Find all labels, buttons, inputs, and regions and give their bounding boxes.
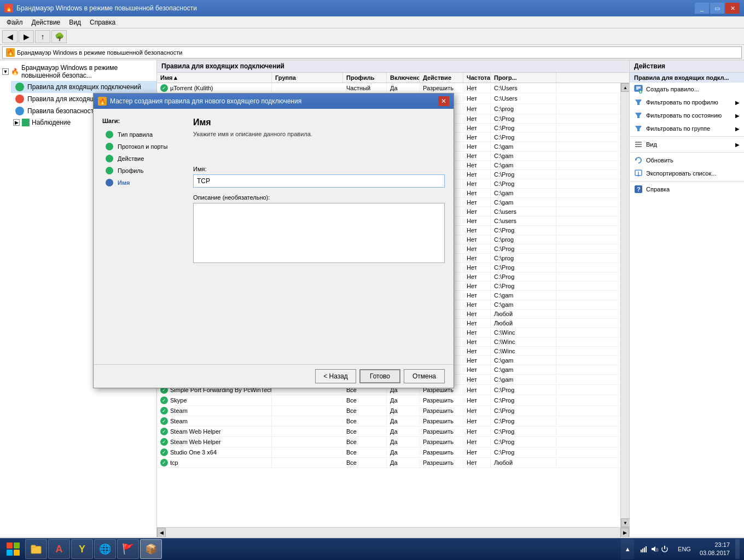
cell-freq: Нет (463, 300, 491, 309)
modal-close-button[interactable]: ✕ (438, 96, 449, 106)
table-row[interactable]: ✓Steam Web HelperВсеДаРазрешитьНетC:\Pro… (157, 437, 620, 447)
description-input[interactable] (193, 203, 445, 263)
sidebar-filter-group[interactable]: Фильтровать по группе ▶ (630, 122, 744, 135)
scroll-track[interactable] (621, 92, 629, 518)
toolbar-back[interactable]: ◀ (2, 30, 18, 43)
step-protocol-ports[interactable]: Протокол и порты (102, 141, 184, 153)
scroll-left-btn[interactable]: ◀ (157, 528, 166, 538)
toolbar-show-hide-tree[interactable]: 🌳 (51, 30, 67, 43)
title-bar: 🔥 Брандмауэр Windows в режиме повышенной… (0, 0, 744, 16)
tray-volume-icon[interactable]: )) (650, 545, 659, 553)
taskbar-app-archive[interactable]: 📦 (140, 539, 162, 559)
sidebar-item-incoming[interactable]: Правила для входящих подключений (11, 81, 156, 93)
minimize-button[interactable]: _ (695, 3, 709, 14)
svg-rect-12 (635, 146, 642, 147)
cell-prog: C:\Prog (491, 263, 556, 272)
cell-prog: Любой (491, 458, 556, 467)
finish-button[interactable]: Готово (359, 369, 400, 383)
svg-marker-8 (635, 113, 642, 118)
menu-file[interactable]: Файл (2, 18, 27, 27)
scroll-right-btn[interactable]: ▶ (620, 528, 629, 538)
table-row[interactable]: ✓Studio One 3 x64ВсеДаРазрешитьНетC:\Pro… (157, 447, 620, 458)
sidebar-export[interactable]: Экспортировать список... (630, 167, 744, 180)
expand-monitor[interactable]: ▶ (13, 119, 20, 126)
flag-icon: 🚩 (121, 542, 135, 556)
maximize-button[interactable]: ▭ (710, 3, 724, 14)
table-row[interactable]: ✓tcpВсеДаРазрешитьНетЛюбой (157, 458, 620, 468)
cell-freq: Нет (463, 142, 491, 151)
table-row[interactable]: ✓SteamВсеДаРазрешитьНетC:\Prog (157, 406, 620, 416)
step-action[interactable]: Действие (102, 153, 184, 165)
step-rule-type[interactable]: Тип правила (102, 129, 184, 141)
table-row[interactable]: ✓Steam Web HelperВсеДаРазрешитьНетC:\Pro… (157, 427, 620, 437)
menu-view[interactable]: Вид (65, 18, 85, 27)
taskbar-app-y[interactable]: Y (71, 539, 93, 559)
step-profile[interactable]: Профиль (102, 165, 184, 177)
svg-rect-10 (635, 142, 642, 143)
svg-rect-20 (31, 545, 36, 547)
lang-indicator[interactable]: ENG (675, 539, 694, 559)
divider-3 (630, 181, 744, 182)
tray-chevron[interactable]: ▲ (623, 545, 632, 553)
step-dot-1 (106, 131, 113, 138)
cell-freq: Нет (463, 133, 491, 142)
menu-action[interactable]: Действие (27, 18, 65, 27)
monitor-label: Наблюдение (32, 119, 71, 126)
cell-freq: Нет (463, 448, 491, 457)
table-row[interactable]: ✓µTorrent (Kulith)ЧастныйДаРазрешитьНетC… (157, 83, 620, 94)
tray-power-icon[interactable] (660, 545, 669, 553)
cell-freq: Нет (463, 179, 491, 188)
sidebar-filter-state[interactable]: Фильтровать по состоянию ▶ (630, 109, 744, 122)
tray-network-icon[interactable] (640, 545, 648, 553)
step-name[interactable]: Имя (102, 177, 184, 189)
show-desktop-btn[interactable] (735, 539, 740, 559)
start-button[interactable] (2, 539, 24, 559)
taskbar: A Y 🌐 🚩 📦 ▲ )) (0, 538, 744, 560)
svg-text:)): )) (656, 547, 659, 552)
cell-freq: Нет (463, 217, 491, 225)
step-dot-5 (106, 179, 113, 186)
cell-prog: C:\Prog (491, 427, 556, 436)
clock[interactable]: 23:17 03.08.2017 (696, 541, 733, 558)
taskbar-app-flag[interactable]: 🚩 (117, 539, 139, 559)
root-node[interactable]: ▼ 🔥 Брандмауэр Windows в режиме повышенн… (0, 62, 156, 81)
vertical-scrollbar[interactable]: ▲ ▼ (620, 83, 629, 527)
menu-help[interactable]: Справка (85, 18, 120, 27)
cell-prog: Любой (491, 310, 556, 318)
modal-title: Мастер создания правила для нового входя… (110, 97, 301, 105)
net-icon: 🌐 (98, 542, 112, 556)
sidebar-filter-profile[interactable]: Фильтровать по профилю ▶ (630, 96, 744, 109)
table-row[interactable]: ✓SkypeВсеДаРазрешитьНетC:\Prog (157, 395, 620, 406)
cell-freq: Нет (463, 417, 491, 425)
taskbar-app-net[interactable]: 🌐 (94, 539, 116, 559)
cell-group (272, 87, 343, 89)
back-button[interactable]: < Назад (315, 369, 356, 383)
expand-root[interactable]: ▼ (2, 68, 9, 75)
sidebar-help[interactable]: ? Справка (630, 183, 744, 196)
cell-group (272, 389, 343, 391)
cell-prog: C:\prog (491, 235, 556, 244)
sidebar-section-header[interactable]: Правила для входящих подкл... (630, 73, 744, 83)
sidebar-create-rule[interactable]: Создать правило... (630, 83, 744, 96)
taskbar-explorer[interactable] (25, 539, 47, 559)
cell-freq: Нет (463, 427, 491, 436)
toolbar-up[interactable]: ↑ (35, 30, 50, 43)
cell-action: Разрешить (420, 396, 463, 405)
cancel-button[interactable]: Отмена (404, 369, 445, 383)
name-input[interactable] (193, 174, 445, 188)
taskbar-app-a[interactable]: A (48, 539, 70, 559)
cell-prog: C:\gam (491, 365, 556, 374)
col-header-freq: Частота (463, 73, 491, 83)
h-scroll-track[interactable] (166, 528, 620, 538)
toolbar-forward[interactable]: ▶ (19, 30, 34, 43)
root-label: Брандмауэр Windows в режиме повышенной б… (21, 64, 154, 79)
cell-action: Разрешить (420, 427, 463, 436)
sidebar-refresh[interactable]: Обновить (630, 154, 744, 167)
scroll-down-btn[interactable]: ▼ (621, 518, 629, 527)
table-row[interactable]: ✓SteamВсеДаРазрешитьНетC:\Prog (157, 416, 620, 427)
sidebar-view[interactable]: Вид ▶ (630, 138, 744, 151)
close-button[interactable]: ✕ (725, 3, 740, 14)
horizontal-scrollbar[interactable]: ◀ ▶ (157, 527, 629, 537)
cell-freq: Нет (463, 254, 491, 262)
scroll-up-btn[interactable]: ▲ (621, 83, 629, 92)
